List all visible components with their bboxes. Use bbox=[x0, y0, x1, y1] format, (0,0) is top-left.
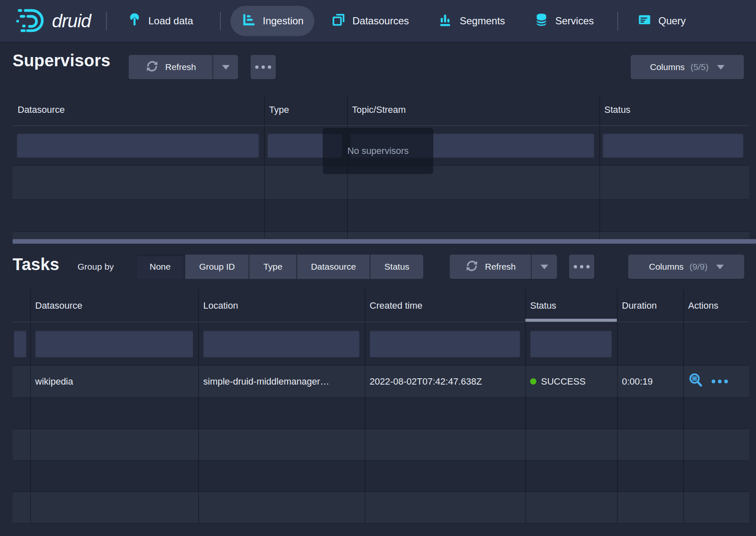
column-header-actions[interactable]: Actions bbox=[683, 289, 749, 322]
status-cell: SUCCESS bbox=[525, 366, 617, 397]
columns-count: (9/9) bbox=[689, 262, 707, 272]
sort-indicator bbox=[525, 319, 617, 322]
table-row bbox=[13, 429, 749, 461]
tasks-section: Tasks Group by None Group ID Type Dataso… bbox=[0, 0, 756, 536]
datasource-cell: wikipedia bbox=[30, 366, 198, 397]
refresh-icon bbox=[465, 259, 479, 275]
column-separator bbox=[30, 289, 31, 523]
column-header-label: Status bbox=[530, 300, 556, 311]
tasks-more-button[interactable] bbox=[569, 255, 594, 279]
gutter-cell bbox=[13, 366, 30, 397]
table-row bbox=[13, 461, 749, 492]
datasource-filter-input[interactable] bbox=[35, 330, 193, 357]
caret-down-icon bbox=[541, 265, 548, 269]
group-by-none-button[interactable]: None bbox=[136, 255, 184, 279]
duration-cell: 0:00:19 bbox=[617, 366, 683, 397]
actions-cell bbox=[683, 366, 749, 397]
group-by-status-button[interactable]: Status bbox=[370, 255, 423, 279]
tasks-columns-dropdown[interactable]: Columns (9/9) bbox=[628, 255, 744, 279]
column-header-gutter[interactable] bbox=[13, 289, 30, 322]
table-row bbox=[13, 492, 749, 523]
task-row-wikipedia[interactable]: wikipedia simple-druid-middlemanager… 20… bbox=[13, 366, 749, 398]
task-details-magnifier-icon[interactable] bbox=[688, 372, 704, 391]
group-by-button-group: None Group ID Type Datasource Status bbox=[136, 255, 423, 279]
column-header-created-time[interactable]: Created time bbox=[365, 289, 525, 322]
created-time-filter-input[interactable] bbox=[370, 330, 520, 357]
column-separator bbox=[683, 289, 684, 523]
columns-label: Columns bbox=[649, 262, 684, 272]
group-by-datasource-button[interactable]: Datasource bbox=[297, 255, 370, 279]
table-row bbox=[13, 398, 749, 429]
gutter-filter-input[interactable] bbox=[14, 330, 26, 357]
group-by-group-id-button[interactable]: Group ID bbox=[185, 255, 249, 279]
status-filter-input[interactable] bbox=[530, 330, 612, 357]
status-label: SUCCESS bbox=[541, 376, 585, 387]
location-filter-input[interactable] bbox=[203, 330, 360, 357]
column-separator bbox=[525, 289, 526, 523]
column-header-datasource[interactable]: Datasource bbox=[30, 289, 198, 322]
column-separator bbox=[198, 289, 199, 523]
column-header-duration[interactable]: Duration bbox=[617, 289, 683, 322]
group-by-type-button[interactable]: Type bbox=[249, 255, 296, 279]
column-separator bbox=[617, 289, 618, 523]
tasks-filter-row bbox=[13, 322, 749, 366]
group-by-label: Group by bbox=[78, 262, 114, 272]
tasks-title: Tasks bbox=[13, 255, 59, 274]
status-success-dot bbox=[530, 378, 536, 385]
location-cell: simple-druid-middlemanager… bbox=[198, 366, 365, 397]
druid-console: druid Load data bbox=[0, 0, 756, 536]
more-icon bbox=[574, 265, 590, 268]
refresh-label: Refresh bbox=[485, 262, 516, 272]
tasks-refresh-interval-dropdown[interactable] bbox=[531, 255, 557, 279]
task-actions-more-icon[interactable] bbox=[712, 380, 728, 383]
caret-down-icon bbox=[716, 265, 724, 269]
tasks-refresh-button[interactable]: Refresh bbox=[450, 255, 531, 279]
column-separator bbox=[365, 289, 365, 523]
tasks-table-header: Datasource Location Created time Status … bbox=[13, 289, 749, 322]
created-time-cell: 2022-08-02T07:42:47.638Z bbox=[365, 366, 525, 397]
column-header-location[interactable]: Location bbox=[198, 289, 365, 322]
tasks-table: Datasource Location Created time Status … bbox=[13, 289, 749, 523]
column-header-status-sorted[interactable]: Status bbox=[525, 289, 617, 322]
